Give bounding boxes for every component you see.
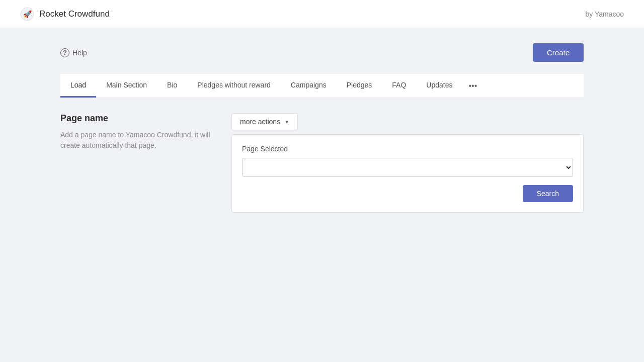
tab-main-section[interactable]: Main Section xyxy=(96,74,157,98)
left-panel: Page name Add a page name to Yamacoo Cro… xyxy=(60,113,211,213)
search-panel: Page Selected Search xyxy=(231,134,584,213)
right-panel: more actions ▼ Page Selected Search xyxy=(231,113,584,213)
brand-name: Rocket Crowdfund xyxy=(39,9,110,19)
top-bar: ? Help Create xyxy=(60,43,584,62)
help-icon: ? xyxy=(60,48,69,57)
tab-pledges[interactable]: Pledges xyxy=(337,74,382,98)
search-actions: Search xyxy=(242,185,573,202)
page-name-description: Add a page name to Yamacoo Crowdfund, it… xyxy=(60,130,211,151)
tab-bio[interactable]: Bio xyxy=(157,74,187,98)
chevron-down-icon: ▼ xyxy=(284,119,289,125)
tabs-more-button[interactable]: ••• xyxy=(462,74,483,98)
create-button[interactable]: Create xyxy=(533,43,584,62)
search-button[interactable]: Search xyxy=(523,185,573,202)
tab-updates[interactable]: Updates xyxy=(416,74,462,98)
page-selected-label: Page Selected xyxy=(242,145,573,153)
more-actions-button[interactable]: more actions ▼ xyxy=(231,113,298,130)
help-button[interactable]: ? Help xyxy=(60,48,87,57)
more-actions-label: more actions xyxy=(240,118,280,126)
page-select[interactable] xyxy=(242,158,573,177)
content-area: Page name Add a page name to Yamacoo Cro… xyxy=(60,113,584,213)
help-label: Help xyxy=(72,49,87,57)
page-name-title: Page name xyxy=(60,113,211,124)
header: 🚀 Rocket Crowdfund by Yamacoo xyxy=(0,0,644,28)
tab-load[interactable]: Load xyxy=(60,74,96,98)
svg-text:🚀: 🚀 xyxy=(23,10,32,19)
rocket-icon: 🚀 xyxy=(20,7,34,21)
tabs-bar: Load Main Section Bio Pledges without re… xyxy=(60,74,584,98)
main-content: ? Help Create Load Main Section Bio Pled… xyxy=(0,28,644,228)
brand: 🚀 Rocket Crowdfund xyxy=(20,7,110,21)
tab-campaigns[interactable]: Campaigns xyxy=(281,74,337,98)
by-label: by Yamacoo xyxy=(585,10,624,18)
tab-faq[interactable]: FAQ xyxy=(382,74,416,98)
tab-pledges-without-reward[interactable]: Pledges without reward xyxy=(187,74,281,98)
